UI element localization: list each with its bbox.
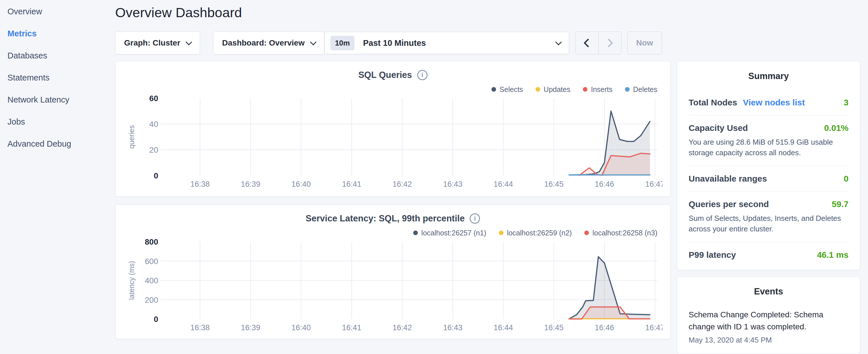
y-axis-tick-label: 20 — [149, 146, 158, 154]
sql-queries-chart-plot[interactable]: 020406016:3816:3916:4016:4116:4216:4316:… — [124, 96, 662, 191]
summary-row-value: 0 — [844, 174, 848, 184]
x-axis-tick-label: 16:47 — [645, 323, 662, 332]
chevron-down-icon — [186, 39, 192, 45]
sidebar-item-network-latency[interactable]: Network Latency — [0, 89, 112, 111]
summary-row-label: Total Nodes — [689, 98, 737, 107]
view-nodes-list-link[interactable]: View nodes list — [743, 98, 805, 107]
series-fill-inserts — [579, 153, 650, 175]
x-axis-tick-label: 16:41 — [342, 180, 361, 189]
page: OverviewMetricsDatabasesStatementsNetwor… — [0, 0, 868, 354]
x-axis-tick-label: 16:46 — [595, 323, 614, 332]
x-axis-tick-label: 16:38 — [190, 180, 210, 189]
y-axis-tick-label: 800 — [145, 239, 158, 246]
x-axis-tick-label: 16:40 — [291, 180, 311, 189]
x-axis-tick-label: 16:43 — [443, 180, 463, 189]
legend-dot-icon — [625, 87, 629, 92]
service-latency-chart-card: Service Latency: SQL, 99th percentile i … — [115, 204, 671, 339]
sidebar-item-overview[interactable]: Overview — [0, 1, 112, 23]
sidebar-item-statements[interactable]: Statements — [0, 67, 112, 89]
legend-label: Inserts — [591, 85, 612, 94]
legend-item: localhost:26257 (n1) — [413, 229, 486, 237]
prev-time-button[interactable] — [576, 32, 598, 54]
sidebar-item-databases[interactable]: Databases — [0, 45, 112, 67]
legend-label: localhost:26258 (n3) — [592, 229, 657, 237]
summary-row-value: 46.1 ms — [817, 250, 848, 260]
y-axis-tick-label: 0 — [154, 171, 158, 180]
graph-dropdown[interactable]: Graph: Cluster — [115, 32, 200, 55]
event-item[interactable]: Schema Change Completed: Schema change w… — [689, 309, 848, 345]
now-button[interactable]: Now — [627, 32, 662, 55]
legend-item: Inserts — [583, 85, 612, 94]
x-axis-tick-label: 16:45 — [544, 180, 564, 189]
summary-row-label: Queries per second — [689, 199, 769, 209]
y-axis-label: latency (ms) — [127, 261, 135, 300]
legend-label: Selects — [499, 85, 523, 94]
summary-row-value: 59.7 — [832, 199, 848, 209]
x-axis-tick-label: 16:44 — [494, 323, 513, 332]
legend-item: Updates — [535, 85, 570, 94]
events-panel: Events Schema Change Completed: Schema c… — [677, 277, 860, 354]
summary-row: P99 latency46.1 ms — [689, 242, 848, 267]
x-axis-tick-label: 16:47 — [645, 180, 662, 189]
legend-item: localhost:26258 (n3) — [584, 229, 657, 237]
time-range-badge: 10m — [331, 36, 354, 51]
chart-legend: SelectsUpdatesInsertsDeletes — [124, 84, 662, 95]
legend-label: Updates — [544, 85, 570, 94]
legend-item: Selects — [492, 85, 523, 94]
legend-label: Deletes — [633, 85, 657, 94]
summary-rows: Total NodesView nodes list3Capacity Used… — [689, 90, 848, 267]
y-axis-tick-label: 600 — [145, 257, 158, 266]
x-axis-tick-label: 16:45 — [544, 323, 564, 332]
info-icon[interactable]: i — [417, 70, 428, 80]
summary-row-description: Sum of Selects, Updates, Inserts, and De… — [689, 213, 848, 234]
legend-dot-icon — [499, 231, 503, 235]
toolbar: Graph: Cluster Dashboard: Overview 10m P… — [115, 32, 860, 54]
legend-label: localhost:26257 (n1) — [421, 229, 486, 237]
sidebar-item-advanced-debug[interactable]: Advanced Debug — [0, 133, 112, 155]
sidebar-item-jobs[interactable]: Jobs — [0, 111, 112, 133]
content-row: SQL Queries i SelectsUpdatesInsertsDelet… — [115, 61, 860, 354]
charts-column: SQL Queries i SelectsUpdatesInsertsDelet… — [115, 61, 671, 354]
x-axis-tick-label: 16:46 — [595, 180, 614, 189]
y-axis-tick-label: 60 — [149, 96, 158, 103]
summary-row-label: P99 latency — [689, 250, 736, 260]
graph-dropdown-label: Graph: Cluster — [124, 38, 180, 47]
events-list: Schema Change Completed: Schema change w… — [689, 309, 848, 345]
right-column: Summary Total NodesView nodes list3Capac… — [677, 61, 860, 354]
time-range-label: Past 10 Minutes — [363, 38, 556, 48]
info-icon[interactable]: i — [470, 213, 480, 224]
legend-dot-icon — [583, 87, 587, 92]
summary-row: Total NodesView nodes list3 — [689, 90, 848, 115]
chart-title: SQL Queries — [358, 70, 412, 80]
summary-row: Unavailable ranges0 — [689, 166, 848, 191]
sql-queries-chart-card: SQL Queries i SelectsUpdatesInsertsDelet… — [115, 61, 671, 197]
x-axis-tick-label: 16:44 — [494, 180, 513, 189]
chevron-right-icon — [604, 38, 613, 47]
event-timestamp: May 13, 2020 at 4:45 PM — [689, 336, 848, 345]
next-time-button[interactable] — [598, 32, 621, 54]
x-axis-tick-label: 16:39 — [241, 180, 260, 189]
legend-dot-icon — [535, 87, 540, 92]
chart-header: Service Latency: SQL, 99th percentile i — [124, 212, 662, 225]
chevron-down-icon — [310, 39, 317, 45]
legend-item: Deletes — [625, 85, 657, 94]
summary-row-value: 0.01% — [824, 123, 848, 133]
time-step-buttons — [576, 32, 622, 55]
main-content: Overview Dashboard Graph: Cluster Dashbo… — [112, 0, 868, 354]
service-latency-chart-plot[interactable]: 020040060080016:3816:3916:4016:4116:4216… — [124, 239, 662, 334]
dashboard-dropdown[interactable]: Dashboard: Overview — [213, 32, 324, 55]
legend-item: localhost:26259 (n2) — [499, 229, 572, 237]
time-range-selector[interactable]: 10m Past 10 Minutes — [324, 32, 569, 54]
y-axis-tick-label: 0 — [154, 315, 158, 324]
legend-label: localhost:26259 (n2) — [507, 229, 572, 237]
summary-row: Capacity Used0.01%You are using 28.6 MiB… — [689, 115, 848, 166]
sidebar: OverviewMetricsDatabasesStatementsNetwor… — [0, 0, 112, 354]
dashboard-dropdown-label: Dashboard: Overview — [222, 38, 305, 47]
summary-row-label: Capacity Used — [689, 123, 748, 133]
x-axis-tick-label: 16:42 — [393, 180, 412, 189]
x-axis-tick-label: 16:40 — [291, 323, 311, 332]
summary-row-value: 3 — [844, 98, 848, 107]
chart-header: SQL Queries i — [124, 69, 662, 81]
sidebar-item-metrics[interactable]: Metrics — [0, 23, 112, 45]
x-axis-tick-label: 16:43 — [443, 323, 463, 332]
